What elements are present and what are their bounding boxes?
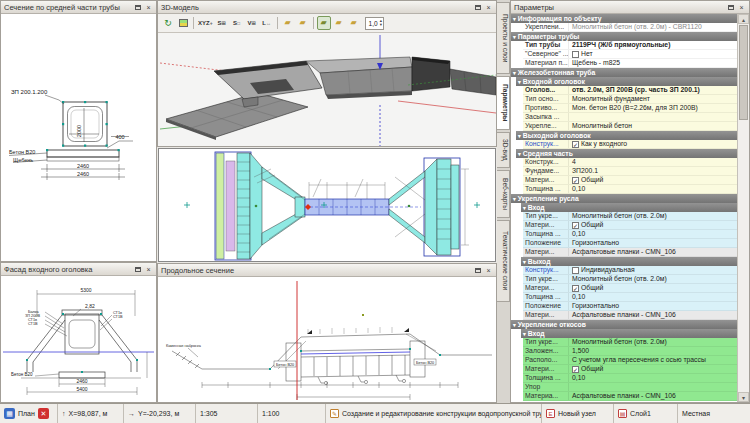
property-row[interactable]: Укреплени...Монолитный бетон (отв. 2.0м)… (511, 23, 737, 32)
property-value[interactable]: Монолитный бетон (отв. 2.0м) (569, 212, 737, 220)
float-icon[interactable] (473, 3, 482, 12)
close-icon[interactable]: × (144, 265, 153, 274)
property-row[interactable]: Матери...✓Общий (511, 176, 737, 185)
property-value[interactable]: Монолитный бетон (отв. 2.0м) (569, 275, 737, 283)
collapse-arrow-icon[interactable]: ▾ (523, 258, 526, 266)
property-value[interactable] (569, 383, 737, 391)
float-icon[interactable] (473, 266, 482, 275)
scroll-up-icon[interactable]: ▴ (738, 14, 749, 24)
property-value[interactable]: Горизонтально (569, 239, 737, 247)
display-mode-icon-active[interactable]: ▰ (317, 16, 331, 30)
tab-projects-layers[interactable]: Проекты и слои (497, 2, 510, 74)
property-row[interactable]: Тип укре...Монолитный бетон (отв. 2.0м) (511, 212, 737, 221)
stop-edit-icon[interactable]: ✕ (38, 408, 49, 419)
property-row[interactable]: ПоложениеГоризонтально (511, 239, 737, 248)
float-icon[interactable] (726, 3, 735, 12)
section-header[interactable]: ▾Вход (521, 329, 737, 338)
property-row[interactable]: Толщина ...0,10 (511, 293, 737, 302)
scroll-down-icon[interactable]: ▾ (738, 392, 749, 402)
property-value[interactable]: 0,10 (569, 230, 737, 238)
display-mode-icon-3[interactable]: ▰ (332, 16, 346, 30)
section-header[interactable]: ▾Укрепление откосов (511, 320, 737, 329)
float-icon[interactable] (133, 3, 142, 12)
statusbar-node[interactable]: Е Новый узел (542, 404, 614, 423)
property-row[interactable]: Тип укре...Монолитный бетон (отв. 2.0м) (511, 338, 737, 347)
property-value[interactable]: Монолитный фундамент (569, 95, 737, 103)
collapse-arrow-icon[interactable]: ▾ (513, 195, 516, 203)
property-row[interactable]: Матери...✓Общий (511, 284, 737, 293)
s-box-icon[interactable]: S□ (230, 16, 244, 30)
property-row[interactable]: Располо...С учетом угла пересечения с ос… (511, 356, 737, 365)
statusbar-scale-horizontal[interactable]: 1:305 (196, 404, 258, 423)
collapse-arrow-icon[interactable]: ▾ (518, 150, 521, 158)
checkbox[interactable]: ✓ (572, 366, 579, 373)
section-header[interactable]: ▾Выход (521, 257, 737, 266)
section-header[interactable]: ▾Укрепление русла (511, 194, 737, 203)
property-row[interactable]: Тип осно...Монолитный фундамент (511, 95, 737, 104)
checkbox[interactable] (572, 267, 579, 274)
s-plane-icon[interactable]: S⊞ (215, 16, 229, 30)
property-row[interactable]: Конструк...Индивидуальная (511, 266, 737, 275)
collapse-arrow-icon[interactable]: ▾ (513, 33, 516, 41)
property-value[interactable]: С учетом угла пересечения с осью трассы (569, 356, 737, 364)
property-row[interactable]: Матери...Асфальтовые планки - CMN_106 (511, 248, 737, 257)
property-value[interactable]: ✓Общий (569, 221, 737, 229)
property-row[interactable]: "Северное" ...Нет (511, 50, 737, 59)
property-value[interactable]: Мон. бетон В20 (В=2.26м, для ЗП 200В) (569, 104, 737, 112)
property-row[interactable]: Фундаме...ЗП200.1 (511, 167, 737, 176)
statusbar-coord-system[interactable]: Местная (678, 404, 750, 423)
checkbox[interactable] (572, 51, 579, 58)
facade-panel-titlebar[interactable]: Фасад входного оголовка × (1, 263, 156, 276)
tab-thematic-layers[interactable]: Тематические слои (497, 220, 510, 302)
property-row[interactable]: Укрепле...Монолитный бетон (511, 122, 737, 131)
property-row[interactable]: Заложен...1,500 (511, 347, 737, 356)
statusbar-layer[interactable]: ▤ Слой1 (614, 404, 678, 423)
checkbox[interactable]: ✓ (572, 141, 579, 148)
collapse-arrow-icon[interactable]: ▾ (523, 204, 526, 212)
tab-3d-view[interactable]: 3D-вид (497, 132, 510, 168)
property-value[interactable]: 2119РЧ (Ж/б прямоугольные) (569, 41, 737, 49)
property-value[interactable] (569, 113, 737, 121)
longitudinal-panel-titlebar[interactable]: Продольное сечение × (158, 264, 496, 277)
xyz-axes-icon[interactable]: XYZ+ (197, 16, 214, 30)
display-mode-icon-4[interactable]: ▰ (347, 16, 361, 30)
property-row[interactable]: Толщина ...0,10 (511, 374, 737, 383)
property-row[interactable]: Упор (511, 383, 737, 392)
property-row[interactable]: Матери...✓Общий (511, 221, 737, 230)
tab-parameters[interactable]: Параметры (497, 76, 510, 130)
property-row[interactable]: Толщина ...0,10 (511, 185, 737, 194)
property-value[interactable]: Горизонтально (569, 302, 737, 310)
section-header[interactable]: ▾Вход (521, 203, 737, 212)
collapse-arrow-icon[interactable]: ▾ (513, 321, 516, 329)
display-mode-icon-2[interactable]: ▰ (296, 16, 310, 30)
plan-icon[interactable]: ▦ (4, 408, 15, 419)
refresh-model-icon[interactable]: ↻ (161, 16, 175, 30)
collapse-arrow-icon[interactable]: ▾ (513, 15, 516, 23)
property-row[interactable]: Противо...Мон. бетон В20 (В=2.26м, для З… (511, 104, 737, 113)
parameters-scrollbar[interactable]: ▴ ▾ (737, 14, 749, 402)
section-drawing-canvas[interactable]: ЗП 200.1.200 2000 Бетон В20 Щебень 2460 … (1, 14, 156, 261)
property-row[interactable]: Оголов...отв. 2.0м, ЗП 200В (ср. часть З… (511, 86, 737, 95)
checkbox[interactable]: ✓ (572, 222, 579, 229)
property-row[interactable]: Материа...Асфальтовые планки - CMN_106 (511, 392, 737, 401)
section-header[interactable]: ▾Параметры трубы (511, 32, 737, 41)
scale-spinner[interactable]: 1,0 ▴▾ (365, 17, 384, 30)
property-value[interactable]: 1,500 (569, 347, 737, 355)
display-mode-icon-1[interactable]: ▰ (281, 16, 295, 30)
model3d-panel-titlebar[interactable]: 3D-модель × (158, 1, 496, 14)
longitudinal-drawing-canvas[interactable]: Каменная наброска Бетон В20 Бетон В20 (158, 277, 496, 402)
parameters-panel-titlebar[interactable]: Параметры × (511, 1, 749, 14)
property-value[interactable]: Асфальтовые планки - CMN_106 (569, 311, 737, 319)
property-row[interactable]: Толщина ...0,10 (511, 230, 737, 239)
checkbox[interactable]: ✓ (572, 177, 579, 184)
property-value[interactable]: Монолитный бетон (569, 122, 737, 130)
facade-drawing-canvas[interactable]: 5300 2,82 2460 5400 Балка ЗП 200В СТ1в С… (1, 276, 156, 402)
section-header[interactable]: ▾Железобетонная труба (511, 68, 737, 77)
model3d-viewport[interactable] (158, 33, 496, 146)
scroll-thumb[interactable] (739, 25, 748, 120)
property-row[interactable]: Материал п...Щебень - m825 (511, 59, 737, 68)
property-value[interactable]: Асфальтовые планки - CMN_106 (569, 392, 737, 400)
spin-down-icon[interactable]: ▾ (380, 23, 382, 27)
tab-web-maps[interactable]: Веб-карты (497, 170, 510, 218)
property-row[interactable]: Конструк...✓Как у входного (511, 140, 737, 149)
